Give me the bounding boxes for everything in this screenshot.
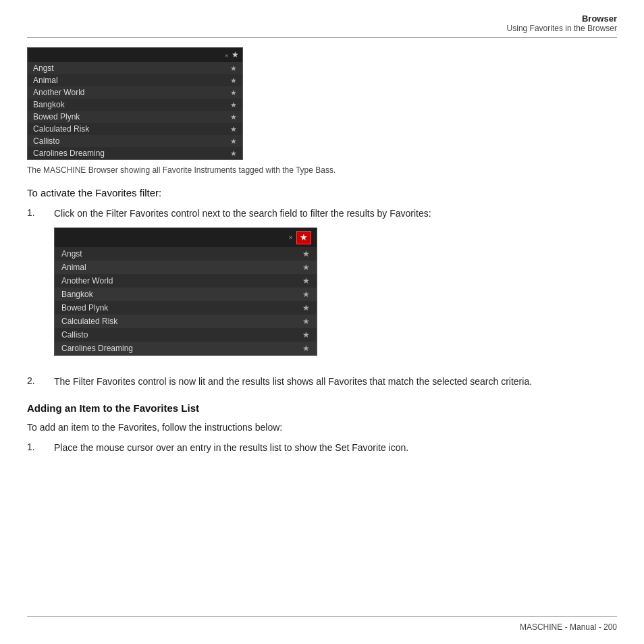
list-item: Carolines Dreaming ★ [55, 342, 317, 355]
list-item: Carolines Dreaming ★ [28, 147, 242, 159]
header-rule [27, 37, 617, 38]
activate-heading: To activate the Favorites filter: [27, 187, 617, 198]
list-item: Another World ★ [55, 274, 317, 288]
close-icon-small: × [225, 51, 229, 59]
list-item: Bowed Plynk ★ [28, 111, 242, 123]
step-1-number: 1. [27, 207, 54, 218]
list-item: Bowed Plynk ★ [55, 301, 317, 315]
list-item: Animal ★ [55, 261, 317, 274]
list-item: Callisto ★ [55, 328, 317, 342]
search-bar-small: × ★ [28, 48, 242, 62]
list-item: Callisto ★ [28, 135, 242, 147]
page-header: Browser Using Favorites in the Browser [507, 14, 617, 33]
list-item: Another World ★ [28, 86, 242, 99]
star-filter-active-icon[interactable]: ★ [296, 231, 311, 244]
list-item: Bangkok ★ [28, 99, 242, 111]
adding-heading: Adding an Item to the Favorites List [27, 402, 617, 414]
footer-text: MASCHINE - Manual - 200 [520, 622, 617, 632]
step-1: 1. Click on the Filter Favorites control… [27, 207, 617, 365]
adding-step-1: 1. Place the mouse cursor over an entry … [27, 441, 617, 455]
adding-step-1-text: Place the mouse cursor over an entry in … [54, 441, 617, 455]
header-title: Browser [507, 14, 617, 24]
search-bar-large: × ★ [55, 228, 317, 247]
list-item: Bangkok ★ [55, 288, 317, 301]
step-2: 2. The Filter Favorites control is now l… [27, 375, 617, 389]
adding-step-1-number: 1. [27, 441, 54, 452]
browser-screenshot-small: × ★ Angst ★ Animal ★ Another World ★ Ban… [27, 47, 243, 160]
main-content: × ★ Angst ★ Animal ★ Another World ★ Ban… [27, 47, 617, 603]
close-icon-large: × [288, 233, 293, 243]
list-item: Angst ★ [28, 62, 242, 74]
step-2-number: 2. [27, 375, 54, 386]
star-filter-icon-small: ★ [232, 50, 239, 60]
step-2-text: The Filter Favorites control is now lit … [54, 375, 617, 389]
list-item: Calculated Risk ★ [55, 315, 317, 328]
caption: The MASCHINE Browser showing all Favorit… [27, 165, 617, 175]
browser-screenshot-large: × ★ Angst ★ Animal ★ Another World ★ Ban… [54, 227, 317, 356]
list-item: Animal ★ [28, 74, 242, 86]
footer-rule [27, 616, 617, 617]
adding-intro: To add an item to the Favorites, follow … [27, 422, 617, 433]
list-item: Calculated Risk ★ [28, 123, 242, 135]
step-1-text: Click on the Filter Favorites control ne… [54, 208, 431, 219]
list-item: Angst ★ [55, 247, 317, 261]
header-subtitle: Using Favorites in the Browser [507, 24, 617, 33]
